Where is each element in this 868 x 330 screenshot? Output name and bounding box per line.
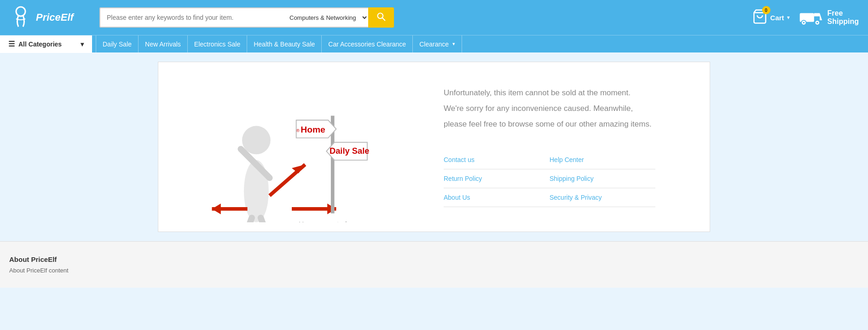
logo-icon — [9, 6, 32, 29]
nav-link-car-accessories-clearance[interactable]: Car Accessories Clearance — [322, 35, 413, 53]
nav-link-daily-sale[interactable]: Daily Sale — [96, 35, 139, 53]
cart-label: Cart — [770, 14, 784, 22]
about-content: About PriceElf content — [9, 267, 859, 274]
error-message: Unfortunately, this item cannot be sold … — [444, 85, 691, 132]
svg-text:®: ® — [296, 128, 300, 133]
svg-text:Your requested page: Your requested page — [299, 220, 365, 222]
svg-point-10 — [816, 22, 818, 23]
categories-label: All Categories — [18, 41, 62, 48]
error-message-line2: We're sorry for any inconvenience caused… — [444, 101, 691, 116]
nav-link-new-arrivals[interactable]: New Arrivals — [139, 35, 188, 53]
nav-link-clearance[interactable]: Clearance ▾ — [413, 35, 462, 53]
svg-marker-18 — [212, 203, 220, 214]
clearance-arrow-icon: ▾ — [452, 41, 455, 47]
search-category-select[interactable]: Computers & Networking — [283, 7, 368, 28]
cart-area[interactable]: 0 Cart ▾ — [752, 9, 790, 26]
cart-dropdown-icon: ▾ — [787, 14, 790, 21]
hamburger-icon: ☰ — [8, 40, 15, 48]
error-links: Contact us Help Center Return Policy Shi… — [444, 151, 655, 207]
search-icon — [376, 12, 386, 21]
categories-arrow-icon: ▾ — [81, 41, 84, 48]
error-text-side: Unfortunately, this item cannot be sold … — [425, 62, 710, 232]
error-message-line1: Unfortunately, this item cannot be sold … — [444, 85, 691, 101]
all-categories-button[interactable]: ☰ All Categories ▾ — [0, 35, 92, 53]
svg-text:Daily Sale: Daily Sale — [330, 146, 370, 156]
error-illustration: Home ® Daily Sale Your requested page ca… — [168, 71, 416, 222]
return-policy-link[interactable]: Return Policy — [444, 169, 550, 188]
shipping-area: Free Shipping — [799, 9, 859, 26]
security-privacy-link[interactable]: Security & Privacy — [550, 188, 655, 207]
main-content: Home ® Daily Sale Your requested page ca… — [0, 52, 868, 241]
shipping-line1: Free — [827, 9, 859, 17]
truck-icon — [799, 9, 823, 26]
svg-line-2 — [382, 17, 385, 20]
logo-text: PriceElf — [36, 12, 74, 23]
error-container: Home ® Daily Sale Your requested page ca… — [158, 62, 710, 232]
svg-line-16 — [261, 218, 267, 222]
nav-link-electronics-sale[interactable]: Electronics Sale — [188, 35, 247, 53]
about-title: About PriceElf — [9, 255, 859, 263]
search-input[interactable] — [99, 7, 283, 28]
shipping-text: Free Shipping — [827, 9, 859, 26]
logo-area: PriceElf — [9, 6, 92, 29]
footer-section: About PriceElf About PriceElf content — [0, 241, 868, 288]
svg-point-0 — [16, 7, 25, 16]
contact-us-link[interactable]: Contact us — [444, 151, 550, 169]
about-us-link[interactable]: About Us — [444, 188, 550, 207]
error-image-side: Home ® Daily Sale Your requested page ca… — [158, 62, 425, 232]
search-area: Computers & Networking — [99, 7, 394, 28]
svg-text:Home: Home — [301, 125, 325, 134]
cart-badge: 0 — [762, 6, 770, 14]
shipping-policy-link[interactable]: Shipping Policy — [550, 169, 655, 188]
header-right: 0 Cart ▾ Free Shipping — [752, 9, 859, 26]
cart-icon-wrap: 0 — [752, 9, 768, 26]
svg-rect-4 — [799, 13, 814, 22]
svg-line-15 — [245, 218, 252, 222]
navbar: ☰ All Categories ▾ Daily Sale New Arriva… — [0, 35, 868, 52]
svg-point-11 — [242, 126, 271, 155]
shipping-line2: Shipping — [827, 17, 859, 26]
error-message-line3: please feel free to browse some of our o… — [444, 116, 691, 132]
nav-links: Daily Sale New Arrivals Electronics Sale… — [92, 35, 462, 53]
header: PriceElf Computers & Networking 0 Cart — [0, 0, 868, 35]
search-button[interactable] — [368, 7, 394, 28]
svg-rect-6 — [814, 16, 819, 20]
svg-point-8 — [803, 22, 804, 23]
nav-link-health-beauty-sale[interactable]: Health & Beauty Sale — [247, 35, 322, 53]
help-center-link[interactable]: Help Center — [550, 151, 655, 169]
